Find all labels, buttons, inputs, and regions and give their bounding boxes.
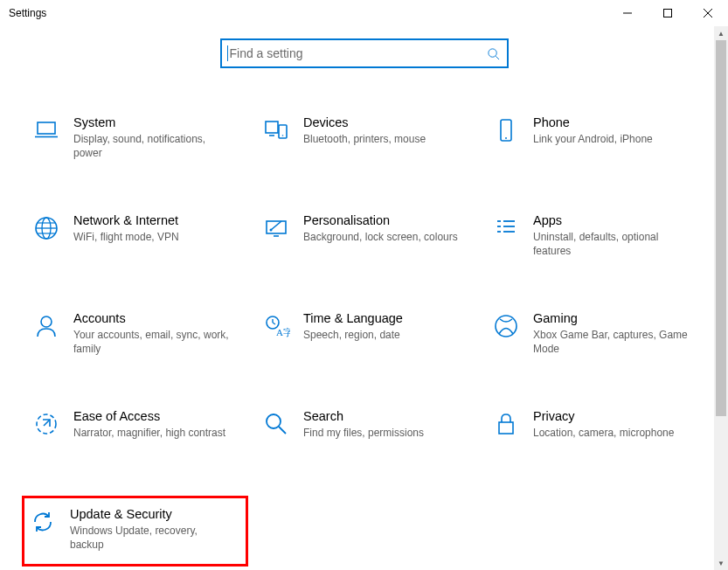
- svg-point-28: [41, 316, 52, 327]
- svg-point-4: [488, 48, 496, 56]
- close-button[interactable]: [688, 0, 728, 26]
- tile-network[interactable]: Network & Internet WiFi, flight mode, VP…: [28, 208, 242, 271]
- tile-desc: Link your Android, iPhone: [533, 132, 653, 146]
- tile-search[interactable]: Search Find my files, permissions: [258, 404, 472, 467]
- content-area: System Display, sound, notifications, po…: [0, 26, 728, 560]
- window-controls: [607, 0, 728, 26]
- tile-title: Phone: [533, 115, 653, 129]
- svg-rect-19: [267, 221, 286, 233]
- tile-desc: Xbox Game Bar, captures, Game Mode: [533, 328, 690, 356]
- tile-title: Search: [303, 409, 424, 423]
- scrollbar-thumb[interactable]: [716, 40, 726, 416]
- tile-desc: Windows Update, recovery, backup: [70, 524, 227, 552]
- tile-accounts[interactable]: Accounts Your accounts, email, sync, wor…: [28, 306, 242, 369]
- person-icon: [31, 311, 61, 341]
- sync-icon: [28, 507, 58, 537]
- tile-title: Network & Internet: [73, 213, 179, 227]
- tile-apps[interactable]: Apps Uninstall, defaults, optional featu…: [488, 208, 702, 271]
- tile-title: Devices: [303, 115, 426, 129]
- svg-point-11: [282, 135, 284, 136]
- tile-desc: Narrator, magnifier, high contrast: [73, 426, 225, 440]
- tile-devices[interactable]: Devices Bluetooth, printers, mouse: [258, 110, 472, 173]
- tile-ease-of-access[interactable]: Ease of Access Narrator, magnifier, high…: [28, 404, 242, 467]
- tile-title: Personalisation: [303, 213, 458, 227]
- svg-rect-6: [38, 122, 55, 134]
- svg-text:A字: A字: [276, 327, 290, 337]
- svg-line-37: [279, 427, 286, 434]
- search-container: [26, 38, 702, 68]
- titlebar: Settings: [0, 0, 728, 26]
- minimize-button[interactable]: [607, 0, 648, 26]
- text-caret: [227, 45, 228, 61]
- tile-desc: Find my files, permissions: [303, 426, 424, 440]
- xbox-icon: [491, 311, 521, 341]
- tile-title: Time & Language: [303, 311, 403, 325]
- tile-personalisation[interactable]: Personalisation Background, lock screen,…: [258, 208, 472, 271]
- scroll-down-arrow[interactable]: ▼: [714, 556, 728, 570]
- tile-desc: Display, sound, notifications, power: [73, 132, 231, 160]
- tile-title: Ease of Access: [73, 409, 225, 423]
- tile-gaming[interactable]: Gaming Xbox Game Bar, captures, Game Mod…: [488, 306, 702, 369]
- tile-desc: Background, lock screen, colours: [303, 230, 458, 244]
- search-input[interactable]: [230, 46, 487, 60]
- lock-icon: [491, 409, 521, 439]
- maximize-button[interactable]: [648, 0, 688, 26]
- search-box[interactable]: [220, 38, 509, 68]
- time-language-icon: A字: [261, 311, 291, 341]
- devices-icon: [261, 115, 291, 145]
- svg-line-31: [273, 323, 275, 324]
- tile-phone[interactable]: Phone Link your Android, iPhone: [488, 110, 702, 173]
- tile-desc: Uninstall, defaults, optional features: [533, 230, 690, 258]
- tile-title: Apps: [533, 213, 690, 227]
- tile-desc: WiFi, flight mode, VPN: [73, 230, 179, 244]
- tile-title: Privacy: [533, 409, 674, 423]
- tile-desc: Location, camera, microphone: [533, 426, 674, 440]
- tile-desc: Your accounts, email, sync, work, family: [73, 328, 231, 356]
- window-title: Settings: [9, 7, 46, 19]
- tile-privacy[interactable]: Privacy Location, camera, microphone: [488, 404, 702, 467]
- tile-time-language[interactable]: A字 Time & Language Speech, region, date: [258, 306, 472, 369]
- svg-point-36: [267, 414, 281, 428]
- tile-title: Gaming: [533, 311, 690, 325]
- svg-rect-8: [266, 122, 278, 133]
- vertical-scrollbar[interactable]: ▲ ▼: [714, 26, 728, 570]
- svg-line-5: [496, 56, 499, 59]
- tile-title: System: [73, 115, 231, 129]
- apps-icon: [491, 213, 521, 243]
- globe-icon: [31, 213, 61, 243]
- settings-grid: System Display, sound, notifications, po…: [26, 110, 702, 560]
- tile-update-security[interactable]: Update & Security Windows Update, recove…: [22, 496, 248, 567]
- tile-title: Accounts: [73, 311, 231, 325]
- svg-point-21: [270, 229, 273, 232]
- scroll-up-arrow[interactable]: ▲: [714, 26, 728, 40]
- tile-title: Update & Security: [70, 507, 227, 521]
- magnifier-icon: [261, 409, 291, 439]
- tile-system[interactable]: System Display, sound, notifications, po…: [28, 110, 242, 173]
- phone-icon: [491, 115, 521, 145]
- tile-desc: Bluetooth, printers, mouse: [303, 132, 426, 146]
- svg-rect-38: [499, 422, 513, 434]
- search-icon: [487, 47, 500, 60]
- svg-point-13: [505, 137, 507, 139]
- ease-of-access-icon: [31, 409, 61, 439]
- svg-rect-1: [664, 10, 672, 17]
- laptop-icon: [31, 115, 61, 145]
- tile-desc: Speech, region, date: [303, 328, 403, 342]
- paint-icon: [261, 213, 291, 243]
- svg-line-35: [44, 420, 50, 426]
